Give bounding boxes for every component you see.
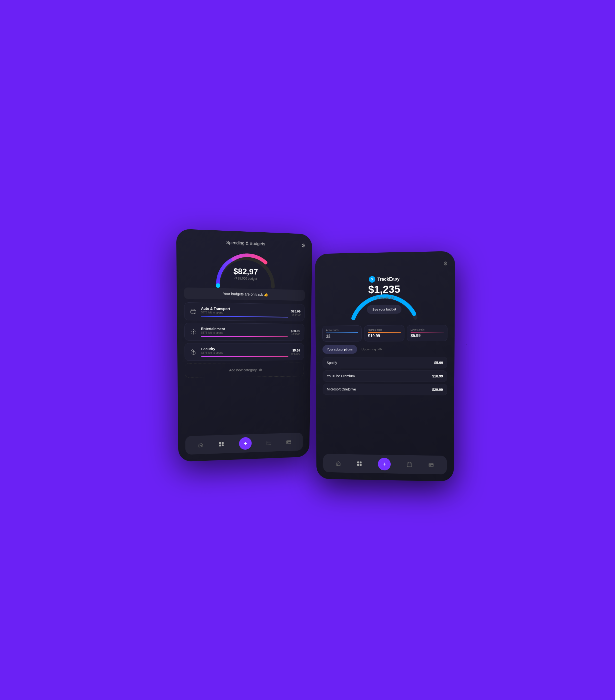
entertainment-progress bbox=[201, 336, 288, 337]
tabs-row: Your subscriptions Upcoming bills bbox=[322, 345, 447, 353]
svg-point-2 bbox=[192, 313, 192, 313]
svg-rect-18 bbox=[407, 463, 412, 467]
security-progress bbox=[201, 356, 288, 357]
entertainment-left: $375 left to spend bbox=[201, 331, 288, 334]
gauge-container: $82,97 of $2,000 budget bbox=[184, 246, 305, 290]
svg-rect-12 bbox=[286, 440, 291, 443]
svg-rect-10 bbox=[222, 445, 224, 446]
svg-rect-11 bbox=[267, 441, 271, 445]
stat-highest-subs: Highest subs $19.99 bbox=[364, 325, 404, 341]
svg-rect-19 bbox=[429, 463, 433, 466]
auto-spent: $25.99 bbox=[291, 309, 300, 313]
security-left: $375 left to spend bbox=[201, 351, 288, 354]
active-subs-value: 12 bbox=[326, 334, 358, 338]
right-bottom-nav: + bbox=[323, 454, 447, 474]
right-gauge-section: ⟳ TrackEasy $1,235 This month bills See … bbox=[322, 263, 448, 322]
trackeasy-name: TrackEasy bbox=[377, 276, 399, 282]
security-info: Security $375 left to spend bbox=[201, 347, 289, 357]
entertainment-spent: $50.99 bbox=[291, 329, 300, 333]
highest-subs-label: Highest subs bbox=[368, 328, 401, 333]
svg-rect-9 bbox=[219, 445, 221, 446]
add-icon: ⊕ bbox=[259, 367, 262, 372]
settings-icon-left[interactable]: ⚙ bbox=[301, 242, 306, 248]
sub-onedrive[interactable]: Microsoft OneDrive $29.99 bbox=[323, 384, 447, 396]
svg-rect-1 bbox=[190, 310, 196, 313]
right-amount: $1,235 bbox=[367, 283, 402, 296]
categories-list: Auto & Transport $375 left to spend $25.… bbox=[184, 302, 305, 363]
youtube-price: $18.99 bbox=[432, 374, 443, 378]
sub-spotify[interactable]: Spotify $5.99 bbox=[323, 357, 447, 368]
auto-budget: of $400 bbox=[291, 313, 300, 316]
svg-rect-20 bbox=[429, 465, 431, 465]
active-subs-label: Active subs bbox=[326, 329, 358, 333]
svg-rect-7 bbox=[219, 442, 221, 444]
tab-subscriptions[interactable]: Your subscriptions bbox=[322, 345, 357, 353]
stats-row: Active subs 12 Highest subs $19.99 Lowes… bbox=[322, 325, 448, 341]
sub-youtube[interactable]: YouTube Premium $18.99 bbox=[323, 370, 447, 382]
highest-subs-value: $19.99 bbox=[368, 334, 401, 338]
nav-add-button[interactable]: + bbox=[239, 437, 251, 450]
security-name: Security bbox=[201, 347, 289, 351]
gauge-amount: $82,97 bbox=[233, 266, 258, 276]
see-budget-button[interactable]: See your budget bbox=[367, 304, 402, 314]
entertainment-info: Entertainment $375 left to spend bbox=[201, 327, 288, 337]
gauge-budget-label: of $2,000 budget bbox=[233, 276, 258, 280]
category-auto[interactable]: Auto & Transport $375 left to spend $25.… bbox=[184, 302, 305, 321]
gauge-text: $82,97 of $2,000 budget bbox=[233, 266, 258, 280]
onedrive-price: $29.99 bbox=[432, 387, 443, 391]
security-amounts: $5.99 of $600 bbox=[291, 348, 300, 355]
lowest-subs-value: $5.99 bbox=[410, 333, 444, 338]
svg-point-6 bbox=[193, 352, 194, 353]
security-budget: of $600 bbox=[291, 352, 300, 355]
svg-rect-13 bbox=[287, 442, 288, 443]
entertainment-budget: of $600 bbox=[291, 333, 300, 336]
phone-left: Spending & Budgets ⚙ bbox=[176, 229, 312, 462]
stat-active-subs: Active subs 12 bbox=[322, 325, 362, 342]
right-nav-grid[interactable] bbox=[357, 461, 362, 466]
right-gauge-content: ⟳ TrackEasy $1,235 This month bills See … bbox=[367, 276, 402, 314]
svg-rect-17 bbox=[360, 464, 362, 466]
stat-lowest-subs: Lowest subs $5.99 bbox=[407, 325, 447, 341]
svg-rect-16 bbox=[357, 464, 359, 466]
trackeasy-icon: ⟳ bbox=[369, 276, 375, 283]
right-nav-home[interactable] bbox=[336, 461, 341, 466]
add-category-btn[interactable]: Add new category ⊕ bbox=[185, 362, 304, 377]
youtube-name: YouTube Premium bbox=[327, 374, 355, 378]
nav-calendar-icon[interactable] bbox=[266, 440, 271, 446]
right-nav-add[interactable]: + bbox=[378, 458, 391, 471]
left-phone-title: Spending & Budgets bbox=[226, 240, 266, 247]
svg-rect-8 bbox=[222, 442, 224, 444]
phones-container: Spending & Budgets ⚙ bbox=[171, 214, 444, 486]
subscriptions-list: Spotify $5.99 YouTube Premium $18.99 Mic… bbox=[323, 357, 447, 397]
category-entertainment[interactable]: Entertainment $375 left to spend $50.99 … bbox=[184, 323, 305, 341]
right-month-label: This month bills bbox=[367, 296, 402, 300]
phone-right: ⚙ ⟳ TrackEasy $1,235 bbox=[315, 251, 455, 481]
right-nav-card[interactable] bbox=[428, 462, 434, 467]
nav-card-icon[interactable] bbox=[286, 439, 291, 445]
svg-point-3 bbox=[194, 313, 195, 313]
svg-point-4 bbox=[193, 331, 194, 332]
svg-rect-14 bbox=[357, 461, 359, 463]
lowest-subs-label: Lowest subs bbox=[410, 328, 444, 332]
nav-grid-icon[interactable] bbox=[219, 441, 224, 447]
svg-rect-15 bbox=[360, 461, 362, 463]
auto-icon bbox=[189, 307, 198, 316]
auto-progress bbox=[201, 316, 288, 317]
spotify-price: $5.99 bbox=[434, 361, 443, 364]
auto-info: Auto & Transport $375 left to spend bbox=[201, 306, 288, 317]
category-security[interactable]: Security $375 left to spend $5.99 of $60… bbox=[184, 343, 304, 361]
tab-upcoming[interactable]: Upcoming bills bbox=[357, 345, 387, 353]
security-icon bbox=[189, 347, 198, 356]
spotify-name: Spotify bbox=[327, 361, 337, 365]
left-bottom-nav: + bbox=[185, 433, 303, 455]
security-spent: $5.99 bbox=[292, 348, 300, 352]
right-nav-calendar[interactable] bbox=[407, 462, 412, 467]
entertainment-name: Entertainment bbox=[201, 327, 288, 331]
auto-amounts: $25.99 of $400 bbox=[291, 309, 300, 316]
add-category-label: Add new category bbox=[229, 368, 257, 372]
nav-home-icon[interactable] bbox=[198, 442, 204, 448]
entertainment-icon bbox=[189, 327, 198, 336]
onedrive-name: Microsoft OneDrive bbox=[327, 387, 356, 391]
entertainment-amounts: $50.99 of $600 bbox=[291, 329, 300, 336]
trackeasy-logo: ⟳ TrackEasy bbox=[367, 276, 402, 283]
